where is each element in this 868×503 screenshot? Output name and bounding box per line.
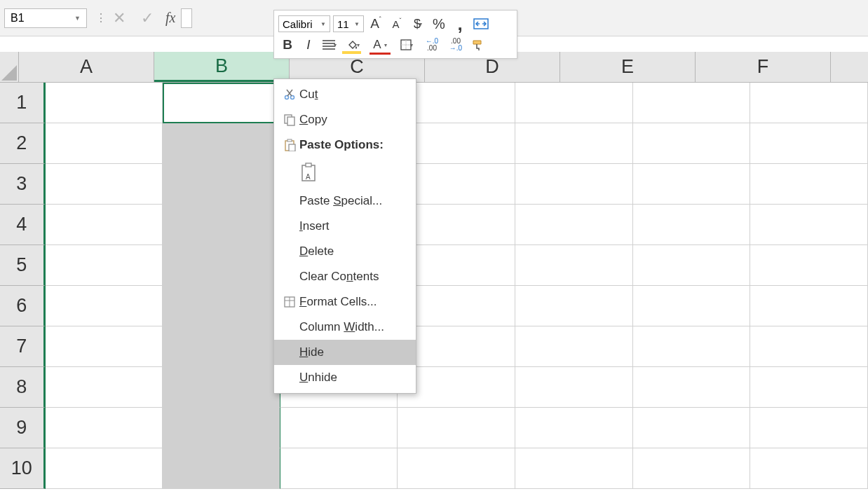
cell-F6[interactable] (633, 286, 751, 326)
fill-color-button[interactable]: ▾ (341, 36, 365, 54)
cell-A8[interactable] (46, 367, 163, 408)
cell-F2[interactable] (633, 123, 751, 164)
cell-G5[interactable] (750, 245, 868, 286)
cell-F3[interactable] (633, 164, 751, 205)
cancel-formula-button[interactable]: ✕ (109, 8, 129, 28)
cell-G10[interactable] (750, 448, 868, 489)
row-header-3[interactable]: 3 (0, 164, 46, 205)
cell-E7[interactable] (515, 326, 633, 367)
increase-decimal-button[interactable]: ←.0.00 (421, 36, 442, 54)
cell-D10[interactable] (398, 448, 515, 489)
align-button[interactable]: ▾ (320, 36, 339, 54)
increase-font-button[interactable]: A ˆ (367, 15, 385, 33)
formula-bar-input[interactable] (181, 8, 192, 28)
font-size-input[interactable]: 11 ▼ (333, 15, 364, 32)
menu-paste-special[interactable]: Paste Special... (274, 188, 416, 214)
select-all-corner[interactable] (0, 52, 19, 82)
cell-E10[interactable] (515, 448, 633, 489)
bold-button[interactable]: B (278, 36, 297, 54)
menu-clear-contents[interactable]: Clear Contents (274, 264, 416, 289)
menu-format-cells[interactable]: Format Cells... (274, 289, 416, 315)
font-color-button[interactable]: A ▾ (368, 36, 392, 54)
cell-E4[interactable] (515, 205, 633, 245)
row-header-1[interactable]: 1 (0, 83, 46, 123)
cell-D9[interactable] (398, 408, 515, 448)
cell-B4[interactable] (163, 205, 280, 245)
cell-A4[interactable] (46, 205, 163, 245)
cell-F10[interactable] (633, 448, 751, 489)
column-header-B[interactable]: B (154, 52, 290, 82)
chevron-down-icon[interactable]: ▼ (354, 21, 360, 27)
cell-A3[interactable] (46, 164, 163, 205)
cell-G7[interactable] (750, 326, 868, 367)
menu-unhide[interactable]: Unhide (274, 365, 416, 390)
merge-center-button[interactable] (472, 15, 490, 33)
currency-button[interactable]: $ ▾ (409, 15, 427, 33)
cell-C9[interactable] (280, 408, 398, 448)
cell-E2[interactable] (515, 123, 633, 164)
cell-G8[interactable] (750, 367, 868, 408)
cell-G6[interactable] (750, 286, 868, 326)
cell-A10[interactable] (46, 448, 163, 489)
font-family-input[interactable]: Calibri ▼ (278, 15, 330, 32)
row-header-2[interactable]: 2 (0, 123, 46, 164)
cell-F7[interactable] (633, 326, 751, 367)
cell-B6[interactable] (163, 286, 280, 326)
fx-icon[interactable]: fx (165, 10, 175, 26)
cell-A6[interactable] (46, 286, 163, 326)
column-header-F[interactable]: F (696, 52, 831, 82)
cell-E3[interactable] (515, 164, 633, 205)
cell-G2[interactable] (750, 123, 868, 164)
menu-cut[interactable]: Cut (274, 82, 416, 107)
cell-G1[interactable] (750, 83, 868, 123)
chevron-down-icon[interactable]: ▾ (419, 21, 422, 27)
cell-F8[interactable] (633, 367, 751, 408)
cell-B2[interactable] (163, 123, 280, 164)
column-header-A[interactable]: A (19, 52, 154, 82)
row-header-9[interactable]: 9 (0, 408, 46, 448)
cell-C10[interactable] (280, 448, 398, 489)
cell-E1[interactable] (515, 83, 633, 123)
column-header-G[interactable]: G (831, 52, 868, 82)
cell-A5[interactable] (46, 245, 163, 286)
menu-delete[interactable]: Delete (274, 239, 416, 264)
cell-B10[interactable] (163, 448, 280, 489)
row-header-6[interactable]: 6 (0, 286, 46, 326)
decrease-font-button[interactable]: A ˇ (388, 15, 406, 33)
cell-B5[interactable] (163, 245, 280, 286)
cell-E8[interactable] (515, 367, 633, 408)
chevron-down-icon[interactable]: ▼ (320, 21, 326, 27)
cell-B8[interactable] (163, 367, 280, 408)
cell-G4[interactable] (750, 205, 868, 245)
cell-A1[interactable] (46, 83, 163, 123)
menu-copy[interactable]: Copy (274, 107, 416, 132)
cell-A9[interactable] (46, 408, 163, 448)
cell-B9[interactable] (163, 408, 280, 448)
cell-G9[interactable] (750, 408, 868, 448)
cell-B3[interactable] (163, 164, 280, 205)
cell-E9[interactable] (515, 408, 633, 448)
row-header-10[interactable]: 10 (0, 448, 46, 489)
column-header-E[interactable]: E (560, 52, 696, 82)
italic-button[interactable]: I (299, 36, 318, 54)
cell-B7[interactable] (163, 326, 280, 367)
row-header-8[interactable]: 8 (0, 367, 46, 408)
cell-F9[interactable] (633, 408, 751, 448)
enter-formula-button[interactable]: ✓ (137, 8, 157, 28)
chevron-down-icon[interactable]: ▾ (334, 42, 337, 48)
menu-hide[interactable]: Hide (274, 340, 416, 365)
cell-G3[interactable] (750, 164, 868, 205)
cell-A7[interactable] (46, 326, 163, 367)
row-header-7[interactable]: 7 (0, 326, 46, 367)
cell-F4[interactable] (633, 205, 751, 245)
comma-style-button[interactable]: , (451, 15, 469, 33)
chevron-down-icon[interactable]: ▾ (357, 42, 360, 48)
chevron-down-icon[interactable]: ▾ (384, 42, 387, 48)
format-painter-button[interactable] (469, 36, 487, 54)
borders-button[interactable]: ▾ (395, 36, 419, 54)
name-box[interactable]: B1 ▼ (4, 8, 87, 28)
chevron-down-icon[interactable]: ▼ (74, 15, 81, 22)
paste-option-default[interactable]: A (274, 158, 416, 188)
row-header-5[interactable]: 5 (0, 245, 46, 286)
percent-button[interactable]: % (430, 15, 448, 33)
